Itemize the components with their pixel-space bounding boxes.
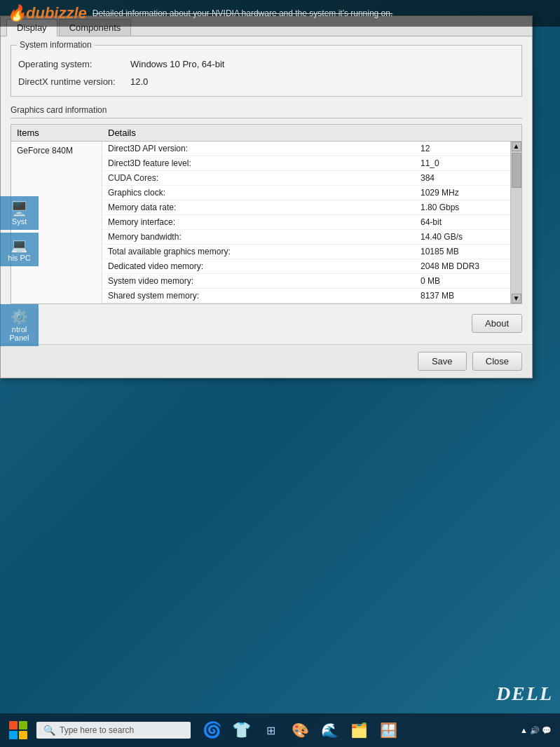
detail-label-1: Direct3D feature level: [108, 158, 421, 168]
search-placeholder-text: Type here to search [60, 725, 134, 735]
graphics-card-table: Items Details GeForce 840M Direct3D API … [11, 124, 522, 304]
search-bar[interactable]: 🔍 Type here to search [36, 722, 191, 739]
scroll-up-btn[interactable]: ▲ [512, 142, 521, 151]
watermark-bar: 🔥dubizzle Detailed information about you… [0, 0, 560, 27]
taskbar-app-store[interactable]: 🪟 [376, 718, 401, 743]
detail-label-10: Shared system memory: [108, 291, 421, 301]
taskbar: 🔍 Type here to search 🌀 👕 ⊞ 🎨 🌊 🗂️ 🪟 ▲ 🔊… [0, 713, 560, 747]
graphics-section: Graphics card information Items Details … [11, 105, 522, 336]
dialog-footer: Save Close [1, 344, 532, 378]
table-row: Direct3D API version: 12 [102, 142, 510, 156]
table-row: Graphics clock: 1029 MHz [102, 186, 510, 200]
close-button[interactable]: Close [472, 352, 522, 371]
detail-value-3: 1029 MHz [421, 188, 505, 198]
section-divider [11, 118, 522, 118]
table-body: GeForce 840M Direct3D API version: 12 Di… [11, 142, 521, 303]
taskbar-app-files[interactable]: 🗂️ [346, 718, 371, 743]
table-row: Memory bandwidth: 14.40 GB/s [102, 230, 510, 245]
taskbar-right: ▲ 🔊 💬 [520, 726, 557, 735]
nvidia-dialog: Display Components System information Op… [0, 15, 533, 378]
taskbar-app-shirt[interactable]: 👕 [228, 718, 254, 743]
taskbar-app-cortana[interactable]: 🌀 [199, 718, 224, 743]
table-row: CUDA Cores: 384 [102, 171, 510, 186]
os-row: Operating system: Windows 10 Pro, 64-bit [18, 55, 514, 73]
desktop-icon-this-pc[interactable]: 💻 his PC [0, 233, 39, 266]
search-icon: 🔍 [43, 725, 55, 736]
desktop-icon-control-panel[interactable]: ⚙️ ntrol Panel [0, 304, 39, 346]
table-row: Memory interface: 64-bit [102, 215, 510, 230]
os-value: Windows 10 Pro, 64-bit [130, 59, 224, 69]
taskbar-app-multitask[interactable]: ⊞ [258, 718, 283, 743]
detail-rows: Direct3D API version: 12 Direct3D featur… [102, 142, 510, 303]
save-button[interactable]: Save [418, 352, 467, 371]
table-scrollbar[interactable]: ▲ ▼ [510, 142, 521, 303]
taskbar-apps: 🌀 👕 ⊞ 🎨 🌊 🗂️ 🪟 [199, 718, 401, 743]
detail-value-2: 384 [421, 173, 505, 183]
detail-value-5: 64-bit [421, 217, 505, 227]
scroll-down-btn[interactable]: ▼ [512, 294, 521, 303]
desktop-sidebar: 🖥️ Syst 💻 his PC ⚙️ ntrol Panel [0, 196, 39, 346]
detail-value-9: 0 MB [421, 276, 505, 286]
detail-label-5: Memory interface: [108, 217, 421, 227]
taskbar-app-1[interactable]: 🎨 [287, 718, 313, 743]
windows-logo-icon [9, 721, 27, 739]
detail-value-7: 10185 MB [421, 247, 505, 256]
table-row: Memory data rate: 1.80 Gbps [102, 200, 510, 215]
table-header: Items Details [11, 125, 521, 142]
detail-value-6: 14.40 GB/s [421, 232, 505, 242]
detail-value-0: 12 [421, 144, 505, 153]
start-button[interactable] [3, 715, 34, 746]
detail-label-2: CUDA Cores: [108, 173, 421, 183]
desktop-icon-system[interactable]: 🖥️ Syst [0, 196, 39, 230]
directx-row: DirectX runtime version: 12.0 [18, 73, 514, 90]
detail-value-8: 2048 MB DDR3 [421, 261, 505, 271]
col-details-header: Details [108, 128, 516, 138]
directx-label: DirectX runtime version: [18, 76, 130, 87]
system-info-section: System information Operating system: Win… [11, 45, 522, 97]
table-row: System video memory: 0 MB [102, 274, 510, 289]
detail-value-10: 8137 MB [421, 291, 505, 301]
os-label: Operating system: [18, 59, 130, 69]
detail-label-4: Memory data rate: [108, 203, 421, 212]
detail-value-4: 1.80 Gbps [421, 203, 505, 212]
dell-logo: DELL [496, 683, 553, 705]
table-row: Dedicated video memory: 2048 MB DDR3 [102, 259, 510, 274]
col-items-header: Items [17, 128, 108, 138]
detail-label-7: Total available graphics memory: [108, 247, 421, 256]
table-row: Total available graphics memory: 10185 M… [102, 245, 510, 259]
directx-value: 12.0 [130, 76, 148, 87]
detail-label-9: System video memory: [108, 276, 421, 286]
graphics-section-title: Graphics card information [11, 105, 522, 115]
dubizzle-logo: 🔥dubizzle [7, 4, 87, 22]
dialog-content: System information Operating system: Win… [1, 36, 532, 344]
taskbar-app-edge[interactable]: 🌊 [317, 718, 342, 743]
detail-label-3: Graphics clock: [108, 188, 421, 198]
table-row: Direct3D feature level: 11_0 [102, 156, 510, 171]
detail-label-8: Dedicated video memory: [108, 261, 421, 271]
table-row: Shared system memory: 8137 MB [102, 289, 510, 303]
detail-label-0: Direct3D API version: [108, 144, 421, 153]
detail-label-6: Memory bandwidth: [108, 232, 421, 242]
taskbar-time: ▲ 🔊 💬 [520, 726, 552, 735]
detail-value-1: 11_0 [421, 158, 505, 168]
system-info-title: System information [17, 40, 95, 50]
about-button[interactable]: About [472, 314, 522, 333]
watermark-description: Detailed information about your NVIDIA h… [93, 8, 393, 18]
about-button-area: About [11, 311, 522, 336]
scroll-thumb[interactable] [512, 153, 521, 188]
